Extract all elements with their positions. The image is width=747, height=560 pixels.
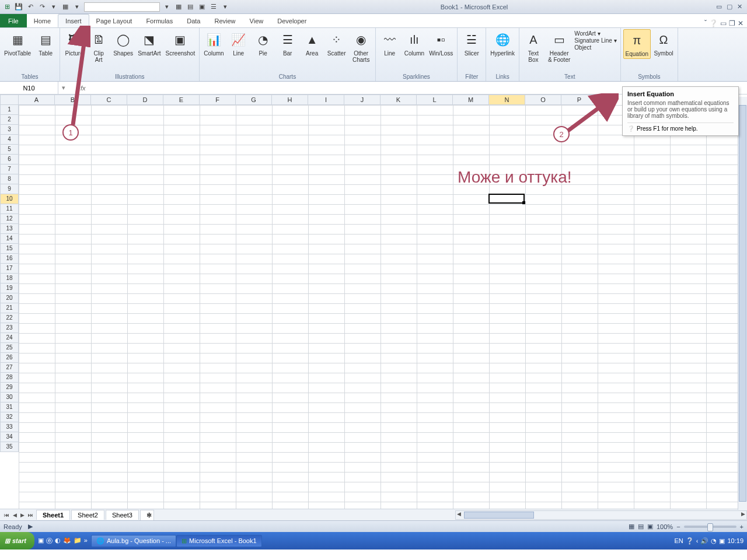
- scatter-button[interactable]: ⁘Scatter: [325, 29, 348, 58]
- column-header[interactable]: N: [489, 94, 525, 105]
- column-button[interactable]: 📊Column: [202, 29, 225, 58]
- file-tab[interactable]: File: [0, 14, 27, 27]
- close-icon[interactable]: ✕: [737, 3, 742, 10]
- row-header[interactable]: 17: [0, 264, 19, 274]
- qat-icon[interactable]: ▣: [197, 2, 207, 12]
- undo-icon[interactable]: ↶: [26, 2, 35, 12]
- row-header[interactable]: 14: [0, 234, 19, 244]
- qat-icon[interactable]: ▤: [186, 2, 195, 12]
- column-header[interactable]: O: [525, 94, 561, 105]
- text-box-button[interactable]: AText Box: [522, 29, 545, 64]
- zoom-in-icon[interactable]: +: [740, 523, 743, 530]
- row-header[interactable]: 30: [0, 393, 19, 402]
- row-header[interactable]: 27: [0, 363, 19, 373]
- view-pagebreak-icon[interactable]: ▣: [647, 523, 653, 530]
- select-all-corner[interactable]: [0, 94, 19, 105]
- window-close-icon[interactable]: ✕: [738, 19, 743, 27]
- taskbar-button[interactable]: 🌐Aula.bg - Question - ...: [91, 535, 176, 547]
- table-button[interactable]: ▤Table: [34, 29, 57, 58]
- row-header[interactable]: 33: [0, 422, 19, 432]
- view-normal-icon[interactable]: ▦: [629, 523, 634, 530]
- row-header[interactable]: 6: [0, 155, 19, 164]
- name-box[interactable]: N10: [0, 82, 58, 94]
- sheet-nav-prev-icon[interactable]: ◀: [11, 512, 19, 518]
- row-header[interactable]: 18: [0, 274, 19, 284]
- column-header[interactable]: H: [272, 94, 308, 105]
- minimize-ribbon-icon[interactable]: ˇ: [704, 19, 707, 27]
- save-icon[interactable]: 💾: [14, 2, 23, 12]
- quicklaunch-icon[interactable]: 📁: [74, 537, 82, 545]
- bar-button[interactable]: ☰Bar: [276, 29, 299, 58]
- tab-home[interactable]: Home: [27, 14, 58, 27]
- sheet-tab[interactable]: Sheet1: [36, 510, 70, 520]
- quicklaunch-icon[interactable]: »: [84, 537, 88, 545]
- tab-developer[interactable]: Developer: [270, 14, 313, 27]
- tray-icon[interactable]: ◔: [711, 537, 717, 545]
- equation-button[interactable]: πEquation: [623, 29, 651, 59]
- tab-view[interactable]: View: [243, 14, 271, 27]
- view-layout-icon[interactable]: ▤: [638, 523, 644, 530]
- column-header[interactable]: M: [453, 94, 489, 105]
- header-&-footer-button[interactable]: ▭Header & Footer: [546, 29, 572, 64]
- quicklaunch-icon[interactable]: ◐: [55, 537, 61, 545]
- qat-combo[interactable]: [84, 2, 160, 12]
- row-header[interactable]: 2: [0, 115, 19, 125]
- row-header[interactable]: 21: [0, 303, 19, 313]
- row-header[interactable]: 13: [0, 224, 19, 234]
- sheet-nav-last-icon[interactable]: ⏭: [26, 512, 35, 518]
- horizontal-scrollbar[interactable]: ◀ ▶: [455, 510, 747, 520]
- quicklaunch-icon[interactable]: 🦊: [63, 537, 71, 545]
- row-header[interactable]: 25: [0, 343, 19, 353]
- sheet-tab[interactable]: Sheet2: [71, 510, 104, 520]
- tab-data[interactable]: Data: [180, 14, 207, 27]
- other-charts-button[interactable]: ◉Other Charts: [350, 29, 373, 64]
- tray-icon[interactable]: 🔊: [700, 537, 708, 545]
- clip-art-button[interactable]: 🖻Clip Art: [87, 29, 110, 64]
- window-minimize-icon[interactable]: ▭: [720, 19, 727, 27]
- qat-dropdown-icon[interactable]: ▾: [72, 2, 82, 12]
- tray-icon[interactable]: EN: [675, 537, 683, 544]
- row-header[interactable]: 12: [0, 214, 19, 224]
- qat-icon[interactable]: ▾: [221, 2, 230, 12]
- start-button[interactable]: ⊞ start: [0, 532, 34, 550]
- tab-page-layout[interactable]: Page Layout: [89, 14, 139, 27]
- ribbon-stack-item[interactable]: WordArt ▾: [574, 30, 616, 37]
- vertical-scrollbar[interactable]: [738, 97, 747, 510]
- help-icon[interactable]: ❔: [709, 19, 718, 27]
- area-button[interactable]: ▲Area: [301, 29, 324, 58]
- row-header[interactable]: 11: [0, 204, 19, 214]
- maximize-icon[interactable]: ▢: [727, 3, 732, 10]
- row-header[interactable]: 26: [0, 353, 19, 363]
- row-header[interactable]: 8: [0, 174, 19, 184]
- zoom-level[interactable]: 100%: [657, 523, 673, 530]
- new-sheet-button[interactable]: ✻: [140, 510, 154, 520]
- column-button[interactable]: ılıColumn: [403, 29, 426, 58]
- quicklaunch-icon[interactable]: ▣: [38, 537, 44, 545]
- taskbar-button[interactable]: ⊞Microsoft Excel - Book1: [176, 535, 262, 547]
- column-header[interactable]: C: [91, 94, 127, 105]
- row-header[interactable]: 16: [0, 254, 19, 264]
- column-header[interactable]: G: [236, 94, 272, 105]
- window-restore-icon[interactable]: ❐: [729, 19, 735, 27]
- tray-clock[interactable]: 10:19: [727, 537, 743, 544]
- row-header[interactable]: 19: [0, 284, 19, 293]
- column-header[interactable]: I: [308, 94, 344, 105]
- minimize-icon[interactable]: ▭: [716, 3, 722, 10]
- row-header[interactable]: 4: [0, 135, 19, 145]
- column-header[interactable]: F: [200, 94, 236, 105]
- qat-icon[interactable]: ▦: [174, 2, 183, 12]
- row-header[interactable]: 24: [0, 333, 19, 343]
- column-header[interactable]: K: [381, 94, 417, 105]
- row-header[interactable]: 1: [0, 105, 19, 115]
- smartart-button[interactable]: ⬔SmartArt: [136, 29, 162, 58]
- line-button[interactable]: 📈Line: [227, 29, 250, 58]
- row-header[interactable]: 29: [0, 383, 19, 393]
- row-header[interactable]: 3: [0, 125, 19, 135]
- hyperlink-button[interactable]: 🌐Hyperlink: [488, 29, 516, 58]
- row-header[interactable]: 32: [0, 412, 19, 422]
- qat-icon[interactable]: ▾: [49, 2, 58, 12]
- ribbon-stack-item[interactable]: Object: [574, 44, 616, 51]
- tab-review[interactable]: Review: [207, 14, 242, 27]
- zoom-out-icon[interactable]: −: [676, 523, 680, 530]
- quicklaunch-icon[interactable]: ⓔ: [46, 537, 53, 545]
